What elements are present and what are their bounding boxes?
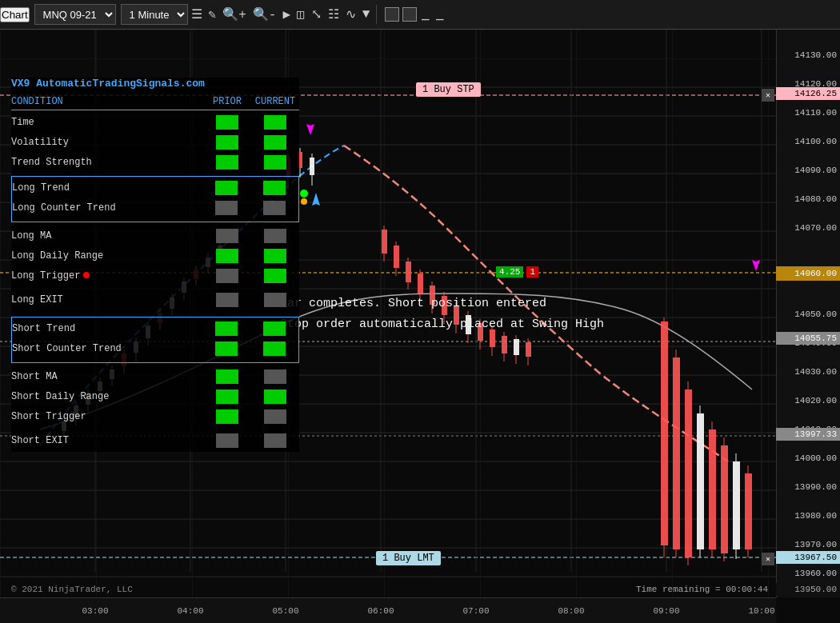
screen-icon[interactable]: ◫ (297, 6, 305, 22)
close-buy-stp[interactable]: ✕ (762, 89, 774, 102)
vol-prior-box (216, 135, 238, 150)
svg-rect-72 (406, 262, 411, 282)
price-buy-lmt: 13967.50 (776, 551, 840, 564)
annotation-line2: Stop order automatically placed at Swing… (280, 314, 604, 335)
time-0500: 05:00 (272, 606, 298, 616)
price-current-1: 14055.75 (776, 332, 840, 345)
time-remaining-text: Time remaining = 00:00:44 (636, 585, 768, 594)
row-short-daily-range: Short Daily Range (11, 388, 299, 405)
price-13960: 13960.00 (794, 569, 837, 578)
row-long-exit: Long EXIT (11, 291, 299, 309)
ltr-current-box (264, 269, 286, 283)
lma-prior-box (216, 229, 238, 243)
se-prior-box (216, 433, 238, 448)
svg-rect-96 (673, 357, 680, 549)
row-short-trigger: Short Trigger (11, 408, 299, 425)
zoom-out-icon[interactable]: 🔍- (253, 6, 277, 22)
signal-header: VX9 AutomaticTradingSignals.com (11, 78, 299, 90)
bars-icon[interactable]: ☰ (191, 6, 202, 22)
time-0900: 09:00 (653, 606, 679, 616)
price-box-14060: 14060.00 (776, 266, 840, 281)
svg-rect-88 (502, 336, 507, 353)
svg-rect-98 (685, 389, 692, 557)
cursor-icon[interactable]: ▶ (282, 6, 290, 22)
time-0600: 06:00 (367, 606, 394, 616)
lt-current-box (263, 181, 286, 195)
price-13980: 13980.00 (794, 511, 837, 521)
close-buy-lmt[interactable]: ✕ (762, 553, 774, 565)
split-h-icon[interactable]: ⎯ (436, 7, 444, 22)
conditions-table: CONDITION PRIOR CURRENT Time Volatility … (11, 96, 299, 449)
row-short-counter-trend: Short Counter Trend (12, 340, 298, 357)
view-toggle[interactable] (383, 7, 418, 22)
crosshair-icon[interactable]: ⤡ (311, 6, 322, 22)
signal-panel: VX9 AutomaticTradingSignals.com CONDITIO… (11, 78, 299, 452)
price-14110: 14110.00 (794, 108, 837, 118)
str-current-box (264, 409, 286, 424)
time-0700: 07:00 (462, 606, 489, 616)
svg-rect-94 (661, 321, 668, 545)
price-14000: 14000.00 (794, 453, 837, 463)
row-volatility: Volatility (11, 134, 299, 151)
sdr-current-box (264, 389, 286, 404)
time-0300: 03:00 (82, 606, 108, 616)
svg-rect-92 (526, 342, 531, 357)
ltr-prior-box (216, 269, 238, 283)
ts-prior-box (216, 155, 238, 170)
row-long-trigger: Long Trigger (11, 267, 299, 285)
svg-rect-70 (394, 246, 399, 268)
buy-lmt-label: 1 Buy LMT (376, 551, 441, 565)
price-14030: 14030.00 (794, 367, 837, 377)
indicator-green-dot (300, 190, 308, 198)
toolbar-separator (376, 5, 377, 24)
time-1000: 10:00 (748, 606, 774, 616)
price-buy-stp: 14126.25 (776, 87, 840, 100)
copyright-text: © 2021 NinjaTrader, LLC (11, 585, 133, 594)
wave-icon[interactable]: ∿ (346, 6, 356, 22)
svg-rect-66 (310, 158, 314, 175)
row-trend-strength: Trend Strength (11, 154, 299, 171)
sdr-prior-box (216, 389, 238, 404)
view-square-2[interactable] (402, 7, 417, 22)
split-v-icon[interactable]: ⎯ (422, 7, 430, 22)
col-prior-header: PRIOR (203, 96, 251, 107)
row-short-trend: Short Trend (12, 320, 298, 337)
time-prior-box (216, 115, 238, 130)
indicator-orange-dot (301, 198, 307, 205)
annotation-line1: Bar completes. Short position entered (280, 294, 604, 314)
view-square-1[interactable] (385, 7, 399, 22)
chart-title-btn[interactable]: Chart (0, 7, 30, 22)
zoom-in-icon[interactable]: 🔍+ (222, 6, 246, 22)
le-prior-box (216, 293, 238, 307)
time-axis: 03:00 04:00 05:00 06:00 07:00 08:00 09:0… (0, 597, 776, 623)
ldr-prior-box (216, 249, 238, 263)
timeframe-select[interactable]: 1 Minute (121, 4, 188, 25)
row-long-counter-trend: Long Counter Trend (12, 199, 298, 217)
price-14130: 14130.00 (794, 50, 837, 60)
main-area: 14130.00 14120.00 14110.00 14100.00 1409… (0, 30, 840, 623)
badge-num: 1 (526, 266, 538, 278)
svg-rect-102 (709, 429, 716, 549)
sma-prior-box (216, 369, 238, 384)
svg-rect-108 (745, 473, 752, 549)
le-current-box (264, 293, 286, 307)
badge-value: 4.25 (496, 266, 523, 278)
svg-rect-106 (733, 461, 740, 549)
menu-arrow-icon[interactable]: ▼ (362, 7, 370, 22)
pen-icon[interactable]: ✎ (209, 6, 217, 22)
grid-icon[interactable]: ☷ (328, 6, 339, 22)
price-13970: 13970.00 (794, 540, 837, 549)
row-short-ma: Short MA (11, 368, 299, 385)
lct-prior-box (215, 201, 238, 215)
long-trigger-dot (83, 272, 90, 278)
symbol-select[interactable]: MNQ 09-21 (34, 4, 116, 25)
vol-current-box (264, 135, 286, 150)
lct-current-box (263, 201, 286, 215)
st-prior-box (215, 321, 238, 336)
svg-rect-90 (514, 339, 519, 355)
lt-prior-box (215, 181, 238, 195)
sct-prior-box (215, 341, 238, 356)
price-14020: 14020.00 (794, 396, 837, 405)
lma-current-box (264, 229, 286, 243)
row-long-trend: Long Trend (12, 179, 298, 197)
